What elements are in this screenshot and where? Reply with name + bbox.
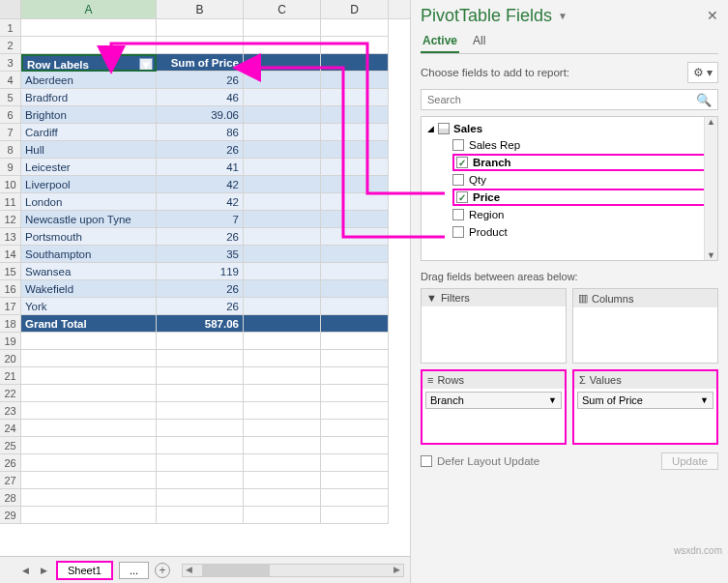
row-header[interactable]: 21 (0, 367, 21, 385)
cell[interactable]: Wakefield (21, 280, 157, 298)
cell[interactable]: Portsmouth (21, 228, 157, 246)
cell[interactable] (321, 333, 389, 350)
cell[interactable] (321, 367, 389, 385)
horizontal-scrollbar[interactable]: ◀ ▶ (182, 564, 404, 577)
pane-title-dropdown-icon[interactable]: ▼ (558, 11, 568, 21)
cell[interactable] (21, 437, 157, 454)
cell[interactable] (157, 489, 244, 507)
cell[interactable]: London (21, 193, 157, 211)
cell[interactable]: Liverpool (21, 176, 157, 193)
cell[interactable] (244, 454, 321, 472)
tab-nav-prev[interactable]: ◀ (19, 566, 32, 575)
row-header[interactable]: 6 (0, 106, 21, 124)
cell[interactable]: 119 (157, 263, 244, 280)
row-header[interactable]: 13 (0, 228, 21, 246)
field-checkbox[interactable] (452, 139, 464, 151)
cell[interactable] (157, 333, 244, 350)
cell[interactable] (157, 454, 244, 472)
cell[interactable] (321, 72, 389, 89)
field-item[interactable]: Product (452, 223, 713, 241)
add-sheet-button[interactable]: + (155, 563, 170, 578)
cell[interactable] (244, 246, 321, 263)
row-header[interactable]: 18 (0, 315, 21, 333)
row-header[interactable]: 25 (0, 437, 21, 454)
rows-area[interactable]: ≡Rows Branch▼ (421, 369, 567, 445)
cell[interactable] (244, 193, 321, 211)
cell[interactable]: Bradford (21, 89, 157, 106)
row-header[interactable]: 9 (0, 159, 21, 176)
row-header[interactable]: 3 (0, 54, 21, 72)
cell[interactable] (321, 19, 389, 37)
row-header[interactable]: 24 (0, 420, 21, 437)
gear-icon[interactable]: ⚙ ▾ (687, 62, 718, 83)
cell[interactable] (321, 280, 389, 298)
close-icon[interactable]: ✕ (707, 8, 718, 23)
cell[interactable] (321, 89, 389, 106)
row-header[interactable]: 27 (0, 472, 21, 489)
cell[interactable]: 26 (157, 141, 244, 159)
cell[interactable] (321, 37, 389, 54)
search-input[interactable] (427, 94, 696, 105)
cell[interactable] (157, 385, 244, 402)
table-node[interactable]: ◢ Sales (427, 123, 713, 134)
cell[interactable]: York (21, 298, 157, 315)
cell[interactable] (321, 350, 389, 367)
field-checkbox[interactable] (456, 157, 468, 168)
cell[interactable] (244, 489, 321, 507)
cell[interactable]: 26 (157, 280, 244, 298)
cell[interactable] (21, 507, 157, 524)
cell[interactable] (321, 263, 389, 280)
cell[interactable] (244, 19, 321, 37)
cell[interactable] (157, 402, 244, 420)
cell[interactable]: Southampton (21, 246, 157, 263)
cell[interactable] (244, 420, 321, 437)
cell[interactable] (244, 385, 321, 402)
cell[interactable] (157, 472, 244, 489)
row-header[interactable]: 26 (0, 454, 21, 472)
cell[interactable]: Aberdeen (21, 72, 157, 89)
cell[interactable]: 41 (157, 159, 244, 176)
row-header[interactable]: 20 (0, 350, 21, 367)
hscroll-thumb[interactable] (202, 565, 270, 576)
cell[interactable] (244, 402, 321, 420)
row-header[interactable]: 15 (0, 263, 21, 280)
cell[interactable]: 46 (157, 89, 244, 106)
field-item[interactable]: Price (452, 189, 713, 206)
field-checkbox[interactable] (452, 209, 464, 220)
rows-chip[interactable]: Branch▼ (425, 392, 562, 409)
field-checkbox[interactable] (456, 191, 468, 203)
values-chip[interactable]: Sum of Price▼ (577, 392, 713, 409)
cell[interactable] (244, 437, 321, 454)
cell[interactable] (321, 507, 389, 524)
cell[interactable] (321, 176, 389, 193)
cell[interactable] (157, 350, 244, 367)
cell[interactable] (157, 420, 244, 437)
cell[interactable]: Grand Total (21, 315, 157, 333)
field-item[interactable]: Region (452, 206, 713, 223)
row-header[interactable]: 1 (0, 19, 21, 37)
cell[interactable]: 26 (157, 228, 244, 246)
cell[interactable] (321, 315, 389, 333)
cell[interactable]: Cardiff (21, 124, 157, 141)
cell[interactable] (21, 489, 157, 507)
cell[interactable] (321, 402, 389, 420)
cell[interactable] (321, 420, 389, 437)
chevron-down-icon[interactable]: ▼ (548, 395, 557, 405)
cell[interactable] (321, 106, 389, 124)
cell[interactable] (21, 454, 157, 472)
cell[interactable] (21, 19, 157, 37)
row-header[interactable]: 7 (0, 124, 21, 141)
cell[interactable]: Swansea (21, 263, 157, 280)
cell[interactable]: Hull (21, 141, 157, 159)
sheet-tab-active[interactable]: Sheet1 (56, 561, 113, 580)
cell[interactable] (244, 350, 321, 367)
cell[interactable] (321, 385, 389, 402)
field-item[interactable]: Qty (452, 171, 713, 189)
cell[interactable]: 26 (157, 298, 244, 315)
fieldlist-scrollbar[interactable]: ▲▼ (704, 117, 717, 260)
cell[interactable]: 42 (157, 176, 244, 193)
tab-active[interactable]: Active (421, 32, 459, 53)
cell[interactable] (244, 37, 321, 54)
filters-area[interactable]: ▼Filters (421, 288, 567, 364)
row-header[interactable]: 5 (0, 89, 21, 106)
